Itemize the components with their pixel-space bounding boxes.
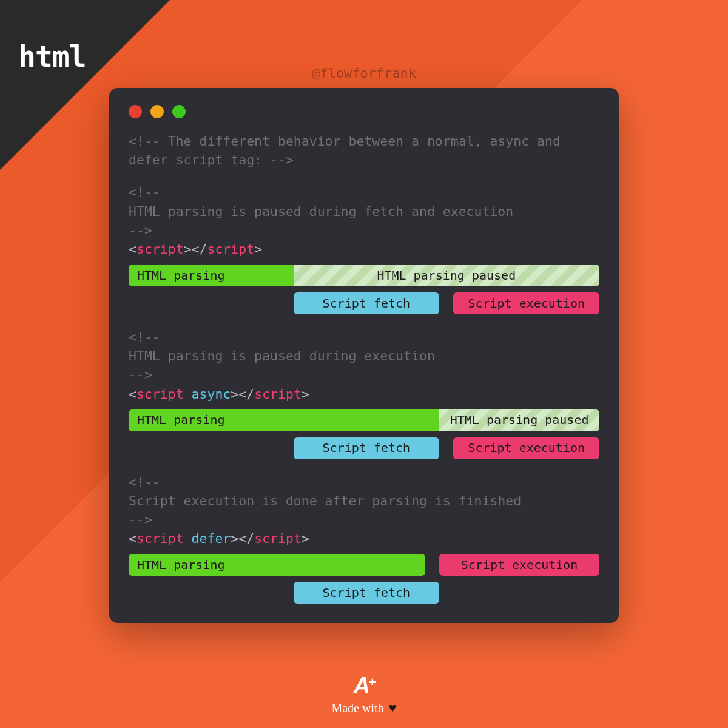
- timeline-row-2: Script fetch Script execution: [129, 292, 599, 314]
- section-defer: <!-- Script execution is done after pars…: [129, 473, 599, 604]
- traffic-lights: [129, 105, 599, 118]
- made-with-label: Made with ♥: [331, 700, 396, 716]
- intro-comment: <!-- The different behavior between a no…: [129, 132, 599, 169]
- bar-html-paused: HTML parsing paused: [294, 265, 599, 286]
- comment-close: -->: [129, 510, 599, 529]
- comment-close: -->: [129, 365, 599, 384]
- comment-open: <!--: [129, 473, 599, 491]
- comment-text: Script execution is done after parsing i…: [129, 491, 599, 510]
- author-handle: @flowforfrank: [312, 66, 416, 81]
- script-tag-defer: <script defer></script>: [129, 529, 599, 548]
- bar-html-paused: HTML parsing paused: [439, 410, 599, 431]
- section-async: <!-- HTML parsing is paused during execu…: [129, 328, 599, 459]
- script-tag-async: <script async></script>: [129, 385, 599, 403]
- bar-script-exec: Script execution: [453, 292, 599, 314]
- timeline-row-2: Script fetch Script execution: [129, 437, 599, 459]
- bar-script-exec: Script execution: [453, 437, 599, 459]
- comment-open: <!--: [129, 328, 599, 346]
- timeline-row-1: HTML parsing HTML parsing paused: [129, 410, 599, 431]
- section-normal: <!-- HTML parsing is paused during fetch…: [129, 183, 599, 314]
- bar-script-fetch: Script fetch: [294, 437, 440, 459]
- footer: A+ Made with ♥: [331, 673, 396, 716]
- bar-html-parsing: HTML parsing: [129, 265, 294, 286]
- comment-text: HTML parsing is paused during fetch and …: [129, 202, 599, 221]
- comment-text: HTML parsing is paused during execution: [129, 346, 599, 365]
- heart-icon: ♥: [389, 700, 397, 716]
- bar-html-parsing: HTML parsing: [129, 410, 439, 431]
- bar-script-exec: Script execution: [439, 554, 599, 576]
- timeline-row-2: Script fetch: [129, 582, 599, 604]
- bar-html-parsing: HTML parsing: [129, 554, 425, 576]
- bar-script-fetch: Script fetch: [294, 292, 440, 314]
- close-icon: [129, 105, 142, 118]
- script-tag-normal: <script></script>: [129, 240, 599, 258]
- timeline-row-1: HTML parsing HTML parsing paused: [129, 265, 599, 286]
- timeline-row-1: HTML parsing Script execution: [129, 554, 599, 576]
- corner-label: html: [18, 39, 86, 73]
- code-editor-window: <!-- The different behavior between a no…: [109, 88, 619, 623]
- code-block: <!-- The different behavior between a no…: [129, 132, 599, 604]
- comment-close: -->: [129, 221, 599, 240]
- minimize-icon: [150, 105, 164, 118]
- comment-open: <!--: [129, 183, 599, 201]
- logo: A+: [331, 673, 396, 699]
- maximize-icon: [172, 105, 186, 118]
- bar-script-fetch: Script fetch: [294, 582, 440, 604]
